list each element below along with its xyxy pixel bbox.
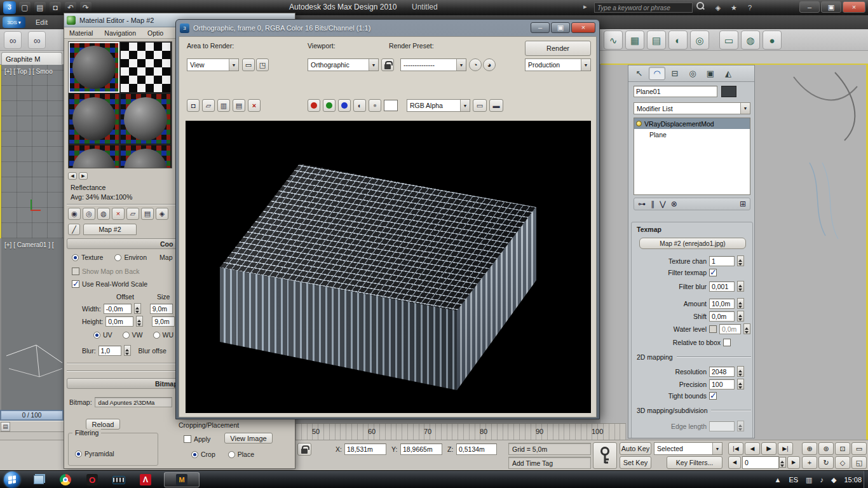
modifier-list-dropdown[interactable]: Modifier List bbox=[634, 102, 750, 114]
frame-spinner[interactable] bbox=[779, 457, 786, 468]
texture-chan-field[interactable]: 1 bbox=[709, 256, 735, 266]
go-to-end-button[interactable] bbox=[778, 442, 793, 455]
width-size-field[interactable]: 9,0m bbox=[150, 304, 173, 314]
texmap-map-button[interactable]: Map #2 (enrejado1.jpg) bbox=[639, 238, 746, 249]
track-bar[interactable] bbox=[0, 421, 64, 432]
dropdown-arrow-icon[interactable] bbox=[229, 59, 238, 71]
scroll-right-icon[interactable]: ▶ bbox=[79, 172, 88, 180]
tab-modify-icon[interactable] bbox=[649, 67, 665, 80]
layer-manager-icon[interactable] bbox=[647, 30, 666, 50]
edge-length-spinner[interactable] bbox=[737, 421, 744, 431]
area-to-render-dropdown[interactable]: View bbox=[187, 58, 239, 71]
time-slider[interactable]: 0 / 100 bbox=[0, 410, 64, 421]
render-preset-dropdown[interactable]: -------------- bbox=[400, 58, 466, 71]
layout-horizontal-icon[interactable] bbox=[473, 99, 487, 112]
close-button[interactable] bbox=[571, 22, 595, 33]
tab-create-icon[interactable] bbox=[631, 67, 648, 80]
time-slider-thumb[interactable]: 0 / 100 bbox=[1, 410, 63, 420]
stack-item-plane[interactable]: Plane bbox=[634, 129, 750, 140]
red-channel-icon[interactable] bbox=[308, 99, 320, 112]
viewport-top[interactable]: [+] [ Top ] [ Smoo bbox=[0, 65, 64, 238]
communication-center-icon[interactable] bbox=[712, 2, 724, 13]
dropdown-arrow-icon[interactable] bbox=[369, 59, 378, 71]
curve-editor-icon[interactable] bbox=[604, 30, 623, 50]
go-to-start-button[interactable] bbox=[728, 442, 743, 455]
search-icon[interactable] bbox=[696, 2, 708, 13]
make-unique-icon[interactable] bbox=[660, 200, 666, 208]
viewport-camera-label[interactable]: [+] [ Camera01 ] [ bbox=[4, 241, 54, 248]
precision-spinner[interactable] bbox=[737, 379, 744, 390]
render-production-icon[interactable] bbox=[741, 30, 760, 50]
lock-viewport-button[interactable] bbox=[381, 58, 394, 71]
infocenter-search-input[interactable] bbox=[594, 3, 693, 13]
configure-modifier-sets-icon[interactable] bbox=[740, 200, 746, 208]
schematic-view-icon[interactable] bbox=[625, 30, 644, 50]
tab-display-icon[interactable] bbox=[702, 67, 719, 80]
set-key-mode-button[interactable] bbox=[593, 442, 617, 469]
graphite-modeling-tab[interactable]: Graphite M bbox=[1, 52, 62, 65]
amount-field[interactable]: 10,0m bbox=[709, 299, 735, 309]
layout-split-icon[interactable] bbox=[489, 99, 503, 112]
opera-icon[interactable] bbox=[81, 472, 103, 487]
pan-icon[interactable] bbox=[802, 456, 817, 469]
bitmap-path-field[interactable]: dad Apuntes 2\3DMa bbox=[95, 397, 172, 407]
menu-edit[interactable]: Edit bbox=[36, 18, 48, 26]
open-file-icon[interactable] bbox=[34, 2, 46, 13]
add-time-tag[interactable]: Add Time Tag bbox=[508, 457, 591, 469]
modifier-enabled-icon[interactable] bbox=[636, 121, 642, 126]
play-button[interactable] bbox=[761, 442, 776, 455]
stack-item-vraydisplacementmod[interactable]: VRayDisplacementMod bbox=[634, 118, 750, 129]
height-offset-field[interactable]: 0,0m bbox=[105, 316, 133, 327]
shift-field[interactable]: 0,0m bbox=[709, 311, 735, 322]
favorites-icon[interactable] bbox=[728, 2, 740, 13]
tray-security-icon[interactable] bbox=[831, 477, 836, 484]
amount-spinner[interactable] bbox=[737, 298, 744, 309]
zoom-extents-icon[interactable] bbox=[835, 442, 850, 455]
rendered-frame-window-icon[interactable] bbox=[719, 30, 738, 50]
auto-key-button[interactable]: Auto Key bbox=[620, 442, 651, 455]
object-name-field[interactable]: Plane01 bbox=[634, 86, 717, 97]
orbit-icon[interactable] bbox=[818, 456, 834, 469]
taskbar-documents-icon[interactable] bbox=[28, 472, 50, 487]
viewport-camera[interactable]: [+] [ Camera01 ] [ bbox=[0, 238, 64, 410]
tight-bounds-checkbox[interactable] bbox=[709, 392, 717, 400]
sample-slot-1[interactable] bbox=[69, 42, 119, 93]
material-editor-icon[interactable] bbox=[668, 30, 688, 50]
alpha-channel-icon[interactable] bbox=[369, 99, 381, 112]
texture-chan-spinner[interactable] bbox=[737, 255, 744, 266]
pin-stack-icon[interactable] bbox=[638, 200, 646, 208]
dropdown-arrow-icon[interactable] bbox=[460, 100, 470, 111]
show-map-on-back-checkbox[interactable] bbox=[72, 268, 79, 275]
tab-motion-icon[interactable] bbox=[684, 67, 701, 80]
show-hidden-icons-icon[interactable] bbox=[775, 477, 782, 484]
tab-utilities-icon[interactable] bbox=[720, 67, 736, 80]
pyramidal-radio[interactable] bbox=[75, 451, 82, 458]
channel-display-icon[interactable] bbox=[217, 99, 230, 112]
auto-region-icon[interactable] bbox=[256, 58, 269, 71]
apply-checkbox[interactable] bbox=[184, 435, 191, 443]
dropdown-arrow-icon[interactable] bbox=[456, 59, 466, 71]
close-button[interactable] bbox=[843, 1, 865, 13]
current-frame-field[interactable]: 0 bbox=[742, 456, 779, 469]
render-button[interactable]: Render bbox=[525, 41, 591, 56]
zoom-all-icon[interactable] bbox=[818, 442, 834, 455]
quick-render-icon[interactable] bbox=[763, 30, 782, 50]
previous-frame-button[interactable] bbox=[745, 442, 760, 455]
sample-slot-3[interactable] bbox=[69, 93, 119, 144]
clone-window-icon[interactable] bbox=[202, 99, 215, 112]
environment-dialog-icon[interactable] bbox=[483, 58, 496, 71]
viewport-top-label[interactable]: [+] [ Top ] [ Smoo bbox=[4, 68, 53, 75]
tab-hierarchy-icon[interactable] bbox=[667, 67, 683, 80]
minimize-button[interactable] bbox=[799, 1, 820, 13]
filter-blur-spinner[interactable] bbox=[737, 281, 744, 292]
maximize-viewport-icon[interactable] bbox=[851, 456, 867, 469]
green-channel-icon[interactable] bbox=[323, 99, 336, 112]
redo-icon[interactable] bbox=[80, 2, 92, 13]
timeline-ruler[interactable]: 50 60 70 80 90 100 bbox=[295, 423, 626, 440]
crop-radio[interactable] bbox=[191, 451, 198, 458]
selection-lock-button[interactable] bbox=[297, 443, 311, 456]
track-bar-mode-icon[interactable] bbox=[1, 422, 10, 431]
tray-volume-icon[interactable] bbox=[820, 477, 824, 484]
sample-slot-2[interactable] bbox=[120, 42, 171, 93]
language-indicator[interactable]: ES bbox=[789, 476, 798, 484]
